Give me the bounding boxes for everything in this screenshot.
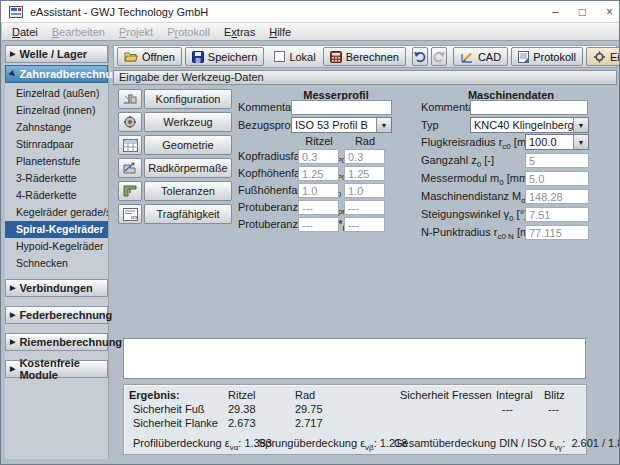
cutter-icon: [122, 115, 138, 129]
sidebar-group-welle-lager[interactable]: ▶ Welle / Lager: [5, 45, 108, 63]
save-button[interactable]: Speichern: [185, 47, 265, 66]
calculator-icon: [330, 51, 342, 63]
sprungueberdeckung: Sprungüberdeckung εvβ: 1.218: [258, 437, 407, 452]
settings-button[interactable]: Einstellungen: [586, 47, 620, 66]
results-col-integral: Integral: [496, 389, 533, 401]
messermodul-input[interactable]: [525, 171, 589, 186]
protuberanzwinkel-rad-input[interactable]: [344, 200, 385, 215]
sidebar-item-einzelrad-aussen[interactable]: Einzelrad (außen): [5, 85, 108, 102]
sidebar-group-zahnradberechnung[interactable]: ▶ Zahnradberechnung: [5, 65, 108, 83]
nav-radkoerpermasse-button[interactable]: Radkörpermaße: [144, 158, 232, 178]
nav-tragfaehigkeit-button[interactable]: Tragfähigkeit: [144, 204, 232, 224]
werkzeug-icon-button[interactable]: [118, 112, 142, 132]
kopfradiusfaktor-ritzel-input[interactable]: [298, 149, 339, 164]
toleranzen-icon-button[interactable]: [118, 181, 142, 201]
ruler-arrow-icon: [122, 161, 138, 175]
nav-row-konfiguration: Konfiguration: [118, 89, 232, 109]
results-panel: Ergebnis: Ritzel Rad Sicherheit Fressen …: [123, 384, 587, 455]
column-header-ritzel: Ritzel: [298, 135, 340, 147]
redo-button[interactable]: [431, 47, 447, 66]
sidebar-item-hypoid-kegelraeder[interactable]: Hypoid-Kegelräder: [5, 238, 108, 255]
chevron-down-icon[interactable]: ▼: [573, 135, 588, 149]
flugkreisradius-select[interactable]: 100.0 ▼: [525, 134, 589, 150]
protuberanzfaktor-rad-input[interactable]: [344, 217, 385, 232]
n-punktradius-input[interactable]: [525, 225, 589, 240]
fusshoehenfaktor-ritzel-input[interactable]: [298, 183, 339, 198]
sidebar-item-stirnradpaar[interactable]: Stirnradpaar: [5, 136, 108, 153]
nav-werkzeug-button[interactable]: Werkzeug: [144, 112, 232, 132]
window-title: eAssistant - GWJ Technology GmbH: [30, 6, 208, 18]
sidebar-item-3-raederkette[interactable]: 3-Räderkette: [5, 170, 108, 187]
results-col-fressen: Sicherheit Fressen: [400, 389, 492, 401]
maximize-button[interactable]: □: [579, 1, 586, 23]
results-col-blitz: Blitz: [544, 389, 565, 401]
gangzahl-input[interactable]: [525, 153, 589, 168]
chevron-down-icon[interactable]: ▼: [573, 118, 588, 132]
chevron-right-icon: ▶: [10, 50, 15, 58]
kopfradiusfaktor-rad-input[interactable]: [344, 149, 385, 164]
sidebar-group-riemenberechnung[interactable]: ▶ Riemenberechnung: [5, 333, 108, 351]
steigungswinkel-input[interactable]: [525, 207, 589, 222]
document-icon: [518, 51, 529, 63]
undo-button[interactable]: [412, 47, 428, 66]
sidebar-item-zahnstange[interactable]: Zahnstange: [5, 119, 108, 136]
protuberanzfaktor-ritzel-input[interactable]: [298, 217, 339, 232]
sidebar-item-spiral-kegelraeder[interactable]: Spiral-Kegelräder: [5, 221, 108, 238]
fusshoehenfaktor-rad-input[interactable]: [344, 183, 385, 198]
radkoerpermasse-icon-button[interactable]: [118, 158, 142, 178]
sidebar-item-kegelraeder[interactable]: Kegelräder gerade/schräg: [5, 204, 108, 221]
typ-select[interactable]: KNC40 Klingelnberg ▼: [470, 117, 589, 133]
sidebar-item-schnecken[interactable]: Schnecken: [5, 255, 108, 272]
minimize-button[interactable]: –: [552, 1, 559, 23]
nav-toleranzen-button[interactable]: Toleranzen: [144, 181, 232, 201]
local-checkbox[interactable]: [274, 51, 285, 62]
window-controls: – □ ×: [552, 1, 613, 23]
column-header-rad: Rad: [344, 135, 386, 147]
chevron-right-icon: ▶: [10, 311, 15, 319]
chevron-down-icon[interactable]: ▼: [376, 118, 391, 132]
nav-row-tragfaehigkeit: σx Tragfähigkeit: [118, 204, 232, 224]
sidebar-group-kostenfreie-module[interactable]: ▶ Kostenfreie Module: [5, 360, 108, 378]
cad-button[interactable]: CAD: [453, 47, 508, 66]
menu-datei[interactable]: Datei: [5, 24, 45, 40]
bezugsprofil-label: Bezugsprofil: [238, 118, 299, 133]
geometrie-icon-button[interactable]: [118, 135, 142, 155]
sicherheit-flanke-rad: 2.717: [295, 417, 323, 429]
nav-konfiguration-button[interactable]: Konfiguration: [144, 89, 232, 109]
protuberanzwinkel-ritzel-input[interactable]: [298, 200, 339, 215]
sidebar-group-verbindungen[interactable]: ▶ Verbindungen: [5, 279, 108, 297]
menu-extras[interactable]: Extras: [217, 24, 262, 40]
sidebar-item-einzelrad-innen[interactable]: Einzelrad (innen): [5, 102, 108, 119]
konfiguration-icon-button[interactable]: [118, 89, 142, 109]
calculate-button[interactable]: Berechnen: [323, 47, 406, 66]
protocol-button[interactable]: Protokoll: [511, 47, 583, 66]
sicherheit-fuss-ritzel: 29.38: [228, 403, 256, 415]
maschinen-kommentar-input[interactable]: [470, 100, 588, 115]
bezugsprofil-select[interactable]: ISO 53 Profil B ▼: [291, 117, 392, 133]
steigungswinkel-label: Steigungswinkel γ0 [°]: [421, 207, 527, 226]
calculation-sheet-icon: σx: [123, 208, 138, 221]
chevron-right-icon: ▶: [10, 338, 15, 346]
messerprofil-kommentar-input[interactable]: [291, 100, 392, 115]
flugkreisradius-label: Flugkreisradius rc0 [mm]: [421, 135, 538, 154]
menu-bearbeiten[interactable]: Bearbeiten: [45, 24, 112, 40]
caliper-icon: [122, 184, 138, 198]
maschinendistanz-input[interactable]: [525, 189, 589, 204]
typ-label: Typ: [421, 118, 439, 133]
sidebar-item-4-raederkette[interactable]: 4-Räderkette: [5, 187, 108, 204]
chevron-right-icon: ▶: [10, 365, 15, 373]
sidebar-item-planetenstufe[interactable]: Planetenstufe: [5, 153, 108, 170]
kopfhoehenfaktor-rad-input[interactable]: [344, 166, 385, 181]
open-button[interactable]: Öffnen: [117, 47, 182, 66]
sidebar: ▶ Welle / Lager ▶ Zahnradberechnung Einz…: [5, 45, 109, 459]
fressen-blitz-value: ---: [548, 403, 559, 415]
nav-geometrie-button[interactable]: Geometrie: [144, 135, 232, 155]
menu-protokoll[interactable]: Protokoll: [160, 24, 217, 40]
close-button[interactable]: ×: [606, 1, 613, 23]
results-col-ritzel: Ritzel: [228, 389, 256, 401]
sidebar-group-federberechnung[interactable]: ▶ Federberechnung: [5, 306, 108, 324]
tragfaehigkeit-icon-button[interactable]: σx: [118, 204, 142, 224]
menu-hilfe[interactable]: Hilfe: [262, 24, 298, 40]
kopfhoehenfaktor-ritzel-input[interactable]: [298, 166, 339, 181]
menu-projekt[interactable]: Projekt: [112, 24, 160, 40]
